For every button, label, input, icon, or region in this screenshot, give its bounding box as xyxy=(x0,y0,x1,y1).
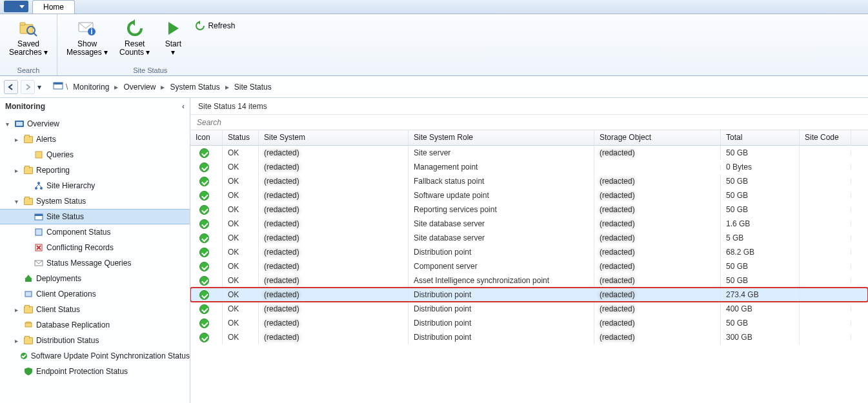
tree-item-deployments[interactable]: Deployments xyxy=(0,271,190,286)
cell-role: Distribution point xyxy=(409,316,594,330)
svg-rect-21 xyxy=(35,214,43,216)
collapse-tree-icon[interactable]: ‹ xyxy=(182,102,185,111)
tree-item-system-status[interactable]: ▾System Status xyxy=(0,193,190,209)
table-row[interactable]: OK(redacted)Distribution point(redacted)… xyxy=(190,288,868,302)
cell-role: Distribution point xyxy=(409,330,594,344)
table-row[interactable]: OK(redacted)Site database server(redacte… xyxy=(190,217,868,231)
column-header-icon[interactable]: Icon xyxy=(190,130,223,145)
cell-total: 50 GB xyxy=(721,273,800,288)
breadcrumb-item[interactable]: Monitoring xyxy=(70,83,112,92)
expand-toggle-icon[interactable]: ▸ xyxy=(12,306,21,313)
expand-toggle-icon[interactable]: ▸ xyxy=(12,167,21,174)
grid-body[interactable]: OK(redacted)Site server(redacted)50 GBOK… xyxy=(190,146,868,344)
tree-item-queries[interactable]: Queries xyxy=(0,147,190,162)
reset-counts-button[interactable]: Reset Counts ▾ xyxy=(116,17,154,65)
ribbon-tab-home[interactable]: Home xyxy=(32,0,75,14)
svg-rect-1 xyxy=(20,23,25,25)
status-ok-icon xyxy=(190,231,223,246)
expand-toggle-icon[interactable]: ▾ xyxy=(12,198,21,205)
cell-sitesystem: (redacted) xyxy=(259,174,409,188)
cell-sitesystem: (redacted) xyxy=(259,217,409,231)
breadcrumb-item[interactable]: Overview xyxy=(121,83,158,92)
cell-total: 50 GB xyxy=(721,146,800,160)
cell-sitesystem: (redacted) xyxy=(259,288,409,302)
tree-item-overview[interactable]: ▾Overview xyxy=(0,116,190,132)
search-input[interactable] xyxy=(190,115,868,130)
tree-item-label: Component Status xyxy=(46,228,110,237)
navigation-tree[interactable]: ▾Overview▸AlertsQueries▸ReportingSite Hi… xyxy=(0,115,190,380)
status-ok-icon xyxy=(190,160,223,175)
column-header-sitecode[interactable]: Site Code xyxy=(800,130,851,145)
tree-item-software-update-point-synchronization-status[interactable]: Software Update Point Synchronization St… xyxy=(0,348,190,364)
reset-counts-label: Reset Counts ▾ xyxy=(119,40,150,57)
tree-item-label: Client Operations xyxy=(36,290,96,299)
table-row[interactable]: OK(redacted)Software update point(redact… xyxy=(190,188,868,202)
column-header-sitesystem[interactable]: Site System xyxy=(259,130,409,145)
nav-back-button[interactable] xyxy=(4,80,18,94)
column-header-role[interactable]: Site System Role xyxy=(409,130,594,145)
expand-toggle-icon[interactable]: ▾ xyxy=(3,121,12,128)
cell-storage xyxy=(594,164,721,170)
table-row[interactable]: OK(redacted)Distribution point(redacted)… xyxy=(190,330,868,344)
column-header-status[interactable]: Status xyxy=(223,130,259,145)
tree-item-status-message-queries[interactable]: Status Message Queries xyxy=(0,255,190,271)
tree-item-distribution-status[interactable]: ▸Distribution Status xyxy=(0,333,190,348)
table-row[interactable]: OK(redacted)Distribution point(redacted)… xyxy=(190,316,868,330)
cell-status: OK xyxy=(223,202,259,217)
column-header-total[interactable]: Total xyxy=(721,130,800,145)
table-row[interactable]: OK(redacted)Site server(redacted)50 GB xyxy=(190,146,868,160)
svg-rect-31 xyxy=(25,323,32,327)
cell-storage: (redacted) xyxy=(594,146,721,160)
hierarchy-icon xyxy=(34,181,44,191)
tree-item-label: System Status xyxy=(36,197,86,206)
column-header-storage[interactable]: Storage Object xyxy=(594,130,721,145)
table-row[interactable]: OK(redacted)Fallback status point(redact… xyxy=(190,174,868,188)
svg-rect-29 xyxy=(25,291,32,297)
folder-icon xyxy=(23,304,34,315)
saved-searches-button[interactable]: Saved Searches ▾ xyxy=(5,17,52,65)
tree-item-alerts[interactable]: ▸Alerts xyxy=(0,132,190,147)
nav-dropdown-icon[interactable]: ▾ xyxy=(37,83,41,92)
expand-toggle-icon[interactable]: ▸ xyxy=(12,136,21,143)
table-row[interactable]: OK(redacted)Site database server(redacte… xyxy=(190,231,868,245)
refresh-button[interactable]: Refresh xyxy=(192,19,237,32)
show-messages-button[interactable]: i Show Messages ▾ xyxy=(63,17,112,65)
table-row[interactable]: OK(redacted)Distribution point(redacted)… xyxy=(190,302,868,316)
refresh-icon xyxy=(195,21,205,31)
cell-status: OK xyxy=(223,160,259,174)
tree-item-site-hierarchy[interactable]: Site Hierarchy xyxy=(0,178,190,193)
tree-item-endpoint-protection-status[interactable]: Endpoint Protection Status xyxy=(0,364,190,379)
breadcrumb-item[interactable]: Site Status xyxy=(232,83,274,92)
navigation-bar: ▾ \ Monitoring ▸ Overview ▸ System Statu… xyxy=(0,76,868,98)
breadcrumb-item[interactable]: System Status xyxy=(167,83,222,92)
cell-sitesystem: (redacted) xyxy=(259,231,409,245)
refresh-label: Refresh xyxy=(208,21,235,30)
cell-role: Site server xyxy=(409,146,594,160)
cell-sitecode xyxy=(800,179,851,184)
table-row[interactable]: OK(redacted)Distribution point(redacted)… xyxy=(190,245,868,259)
tree-item-component-status[interactable]: Component Status xyxy=(0,224,190,240)
tree-item-client-status[interactable]: ▸Client Status xyxy=(0,302,190,317)
table-row[interactable]: OK(redacted)Management point0 Bytes xyxy=(190,160,868,174)
tree-item-client-operations[interactable]: Client Operations xyxy=(0,286,190,302)
cell-sitesystem: (redacted) xyxy=(259,330,409,344)
tree-item-conflicting-records[interactable]: Conflicting Records xyxy=(0,240,190,255)
tree-item-reporting[interactable]: ▸Reporting xyxy=(0,162,190,178)
table-row[interactable]: OK(redacted)Reporting services point(red… xyxy=(190,202,868,217)
workspace-icon[interactable] xyxy=(53,81,63,93)
start-button[interactable]: Start ▾ xyxy=(157,17,188,65)
tree-item-database-replication[interactable]: Database Replication xyxy=(0,317,190,333)
cell-sitesystem: (redacted) xyxy=(259,188,409,202)
app-menu-button[interactable] xyxy=(4,1,28,12)
cell-sitesystem: (redacted) xyxy=(259,273,409,288)
tree-item-site-status[interactable]: Site Status xyxy=(0,209,190,224)
cell-role: Site database server xyxy=(409,231,594,245)
table-row[interactable]: OK(redacted)Component server(redacted)50… xyxy=(190,259,868,273)
cell-total: 50 GB xyxy=(721,174,800,188)
table-row[interactable]: OK(redacted)Asset Intelligence synchroni… xyxy=(190,273,868,288)
nav-forward-button[interactable] xyxy=(21,80,35,94)
tree-item-label: Deployments xyxy=(36,274,81,283)
cell-sitecode xyxy=(800,335,851,340)
cell-sitesystem: (redacted) xyxy=(259,316,409,330)
expand-toggle-icon[interactable]: ▸ xyxy=(12,337,21,344)
